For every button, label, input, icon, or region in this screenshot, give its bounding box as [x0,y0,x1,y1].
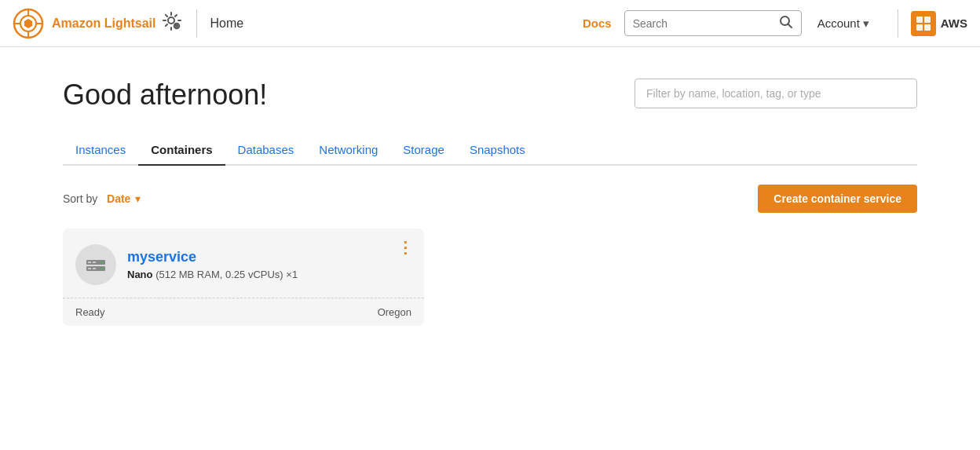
svg-rect-12 [916,24,923,31]
service-region: Oregon [378,306,411,318]
svg-line-9 [788,24,792,28]
logo-text-plain: Amazon [52,16,104,30]
sort-label: Sort by [63,192,97,205]
resource-tabs: Instances Containers Databases Networkin… [63,135,917,166]
spec-count: ×1 [286,269,298,280]
filter-input[interactable] [634,79,917,108]
service-menu-button[interactable]: ⋮ [397,240,413,255]
container-service-icon [83,252,108,277]
card-info: myservice Nano (512 MB RAM, 0.25 vCPUs) … [127,249,411,280]
svg-rect-10 [916,16,923,23]
filter-area [634,79,917,108]
header-divider-2 [898,9,898,38]
service-icon [75,244,116,285]
create-container-service-button[interactable]: Create container service [758,185,917,213]
tab-instances[interactable]: Instances [63,135,138,166]
account-label: Account [817,16,860,30]
greeting-heading: Good afternoon! [63,79,267,112]
svg-point-6 [168,17,174,24]
service-status: Ready [75,306,105,318]
card-body: myservice Nano (512 MB RAM, 0.25 vCPUs) … [63,229,424,298]
search-icon [779,15,793,29]
aws-icon [911,11,936,36]
sort-value[interactable]: Date [107,192,130,205]
header: Amazon Lightsail Home Docs Account ▾ [0,0,980,47]
header-divider [196,9,197,38]
main-content: Good afternoon! Instances Containers Dat… [0,47,980,357]
svg-rect-18 [88,268,91,269]
account-chevron-icon: ▾ [863,16,869,31]
search-button[interactable] [779,15,793,31]
search-box [624,10,802,36]
tab-networking[interactable]: Networking [306,135,390,166]
spec-detail: (512 MB RAM, 0.25 vCPUs) [155,269,283,280]
aws-link[interactable]: AWS [911,11,967,36]
sort-chevron-icon[interactable]: ▾ [135,192,141,205]
home-label: Home [210,16,243,31]
service-name[interactable]: myservice [127,249,411,265]
svg-point-20 [101,262,104,264]
card-footer: Ready Oregon [63,298,424,326]
logo-text: Amazon Lightsail [52,16,155,31]
svg-rect-11 [924,16,931,23]
spec-tier: Nano [127,269,153,280]
svg-point-21 [101,268,104,270]
search-input[interactable] [633,17,779,30]
logo[interactable]: Amazon Lightsail [13,8,155,39]
svg-rect-19 [93,268,96,269]
lightsail-logo-icon [13,8,44,39]
tab-storage[interactable]: Storage [390,135,457,166]
aws-label: AWS [941,16,967,30]
sort-control: Sort by Date ▾ [63,192,141,205]
tab-databases[interactable]: Databases [225,135,307,166]
docs-link[interactable]: Docs [583,16,612,30]
svg-rect-13 [924,24,931,31]
tab-snapshots[interactable]: Snapshots [457,135,538,166]
tab-containers[interactable]: Containers [138,135,225,166]
svg-rect-17 [93,262,96,263]
settings-icon[interactable] [162,11,184,36]
account-menu[interactable]: Account ▾ [817,16,869,31]
service-card: myservice Nano (512 MB RAM, 0.25 vCPUs) … [63,229,424,326]
svg-rect-16 [88,262,91,263]
logo-text-brand: Lightsail [104,16,156,30]
service-spec: Nano (512 MB RAM, 0.25 vCPUs) ×1 [127,269,411,280]
sort-bar: Sort by Date ▾ Create container service [63,185,917,213]
